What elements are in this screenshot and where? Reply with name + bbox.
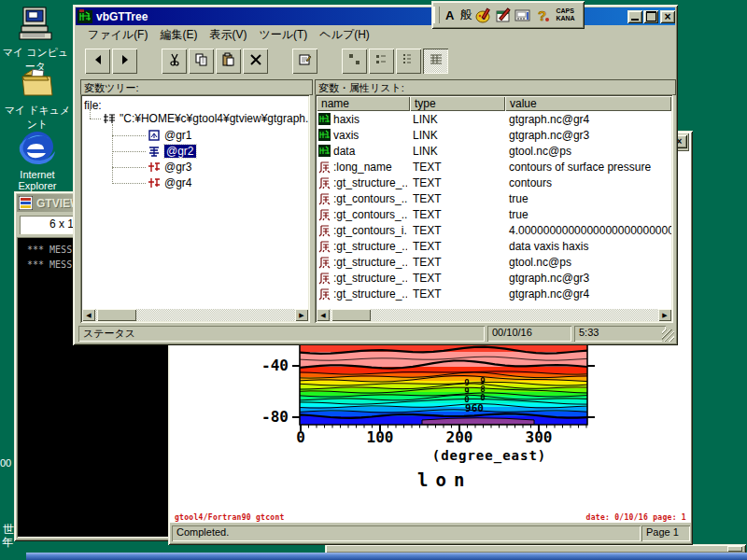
list-view-icon (402, 52, 416, 70)
svg-text:300: 300 (526, 428, 553, 446)
keyboard-pad-icon[interactable] (514, 7, 532, 24)
scroll-right-icon[interactable]: ▶ (295, 309, 308, 321)
copy-button[interactable] (189, 49, 214, 74)
column-header-name[interactable]: name (317, 96, 410, 111)
attribute-row-0[interactable]: haxisLINKgtgraph.nc@gr4 (317, 111, 671, 127)
attribute-row-8[interactable]: :gt_structure_...TEXTdata vaxis haxis (317, 238, 671, 254)
details-view-icon (429, 52, 443, 70)
cut-button[interactable] (162, 49, 187, 74)
svg-text:990: 990 (464, 378, 469, 404)
menubar: ファイル(F)編集(E)表示(V)ツール(T)ヘルプ(H) (76, 26, 675, 44)
ime-caps-kana[interactable]: CAPS KANA (556, 7, 574, 22)
desktop: { "desktop": { "background_color": "#006… (0, 0, 747, 560)
background-window-grip (727, 546, 742, 552)
attribute-row-5[interactable]: :gt_contours_...TEXTtrue (317, 190, 671, 206)
attr-hscrollbar[interactable]: ◀ ▶ (317, 309, 671, 321)
attr-kanji-icon (318, 208, 331, 220)
link-green-icon (318, 113, 331, 125)
delete-button[interactable] (243, 49, 268, 74)
tree-item-gr3[interactable]: @gr3 (164, 161, 192, 174)
desktop-icon-my-computer[interactable]: マイ コンピュータ (0, 6, 71, 74)
svg-text:-80: -80 (261, 408, 289, 426)
tree-root[interactable]: file: (84, 99, 102, 112)
properties-button[interactable] (292, 49, 317, 74)
tree-hscrollbar[interactable]: ◀ ▶ (82, 309, 308, 321)
ime-conversion-mode[interactable]: 般 (459, 7, 472, 23)
forward-arrow-button[interactable] (112, 49, 137, 74)
plot-page-indicator: Page 1 (641, 525, 690, 541)
tree-item-gr1[interactable]: @gr1 (164, 129, 192, 142)
background-titlebar-strip (26, 553, 747, 560)
tree-item-gr2[interactable]: @gr2 (164, 145, 196, 158)
ime-toolbar: A 般 ? CAPS KANA (431, 1, 585, 29)
forward-arrow-icon (118, 52, 132, 70)
maximize-button[interactable] (643, 10, 658, 23)
scroll-thumb[interactable] (331, 309, 371, 321)
minimize-icon (631, 19, 639, 21)
plot-status-message: Completed. (172, 525, 641, 541)
vbgttree-app-icon (78, 9, 92, 24)
svg-text:960: 960 (465, 402, 484, 414)
attribute-row-9[interactable]: :gt_structure_...TEXTgtool.nc@ps (317, 254, 671, 270)
window-title: vbGTTree (96, 10, 148, 23)
main-statusbar: ステータス 00/10/16 5:33 (76, 324, 675, 343)
resize-grip[interactable] (662, 329, 674, 342)
menu-item-4[interactable]: ヘルプ(H) (319, 27, 370, 43)
my-documents-icon (19, 65, 56, 101)
attribute-row-7[interactable]: :gt_contours_i...TEXT4.00000000000000000… (317, 222, 671, 238)
ime-input-mode[interactable]: A (445, 8, 454, 22)
attribute-row-3[interactable]: :long_nameTEXTcontours of surface pressu… (317, 159, 671, 175)
attr-kanji-icon (318, 224, 331, 236)
menu-item-0[interactable]: ファイル(F) (88, 27, 148, 43)
menu-item-3[interactable]: ツール(T) (259, 27, 307, 43)
column-header-type[interactable]: type (410, 96, 505, 111)
desktop-icon-internet-explorer[interactable]: Internet Explorer (2, 127, 73, 191)
attribute-row-4[interactable]: :gt_structure_...TEXTcontours (317, 175, 671, 190)
status-time: 5:33 (574, 326, 666, 342)
properties-icon (298, 52, 312, 70)
attr-kanji-icon (318, 161, 331, 173)
attribute-row-11[interactable]: :gt_structure_...TEXTgtgraph.nc@gr4 (317, 286, 671, 301)
paste-button[interactable] (216, 49, 241, 74)
attr-pane-label: 変数・属性リスト: (315, 79, 676, 95)
attr-kanji-icon (318, 176, 331, 189)
column-header-value[interactable]: value (505, 96, 671, 111)
attribute-table-header: nametypevalue (317, 96, 671, 111)
stray-label: 年 (2, 535, 13, 551)
minimize-button[interactable] (627, 10, 642, 23)
scroll-left-icon[interactable]: ◀ (82, 309, 95, 321)
desktop-icon-my-documents[interactable]: マイ ドキュメント (2, 65, 73, 132)
back-arrow-button[interactable] (85, 49, 110, 74)
tree-file-node[interactable]: "C:¥HOME¥c¥gtool4¥gtview¥gtgraph.nc" (120, 112, 308, 125)
ime-drag-handle[interactable] (433, 7, 440, 23)
tree-item-gr4[interactable]: @gr4 (164, 176, 192, 189)
list-view-button[interactable] (396, 49, 421, 74)
scroll-thumb[interactable] (97, 309, 136, 321)
scroll-left-icon[interactable]: ◀ (317, 309, 330, 321)
details-view-button[interactable] (423, 49, 448, 74)
icon-label: マイ ドキュメント (5, 105, 71, 130)
scroll-right-icon[interactable]: ▶ (658, 309, 671, 321)
close-button[interactable]: × (660, 10, 675, 23)
main-toolbar (76, 45, 675, 77)
vbgttree-titlebar[interactable]: vbGTTree × (76, 7, 675, 25)
palette-icon[interactable] (475, 7, 493, 24)
attribute-row-1[interactable]: vaxisLINKgtgraph.nc@gr3 (317, 127, 671, 143)
pen-dictionary-icon[interactable] (495, 7, 513, 24)
link-green-icon (318, 129, 331, 141)
delete-icon (248, 52, 262, 70)
svg-text:(degree_east): (degree_east) (432, 448, 547, 464)
variable-tree: file:"C:¥HOME¥c¥gtool4¥gtview¥gtgraph.nc… (82, 96, 308, 309)
attribute-row-2[interactable]: dataLINKgtool.nc@ps (317, 143, 671, 159)
status-date: 00/10/16 (487, 326, 571, 342)
help-icon[interactable]: ? (534, 7, 552, 24)
menu-item-2[interactable]: 表示(V) (209, 27, 247, 43)
large-buttons-view-icon[interactable] (342, 49, 367, 74)
attribute-row-6[interactable]: :gt_contours_...TEXTtrue (317, 206, 671, 222)
small-buttons-view-icon[interactable] (369, 49, 394, 74)
attribute-row-10[interactable]: :gt_structure_...TEXTgtgraph.nc@gr3 (317, 270, 671, 286)
cut-icon (167, 52, 181, 70)
svg-text:-40: -40 (261, 357, 289, 374)
menu-item-1[interactable]: 編集(E) (160, 27, 197, 43)
axis-kanji-icon (148, 176, 161, 189)
